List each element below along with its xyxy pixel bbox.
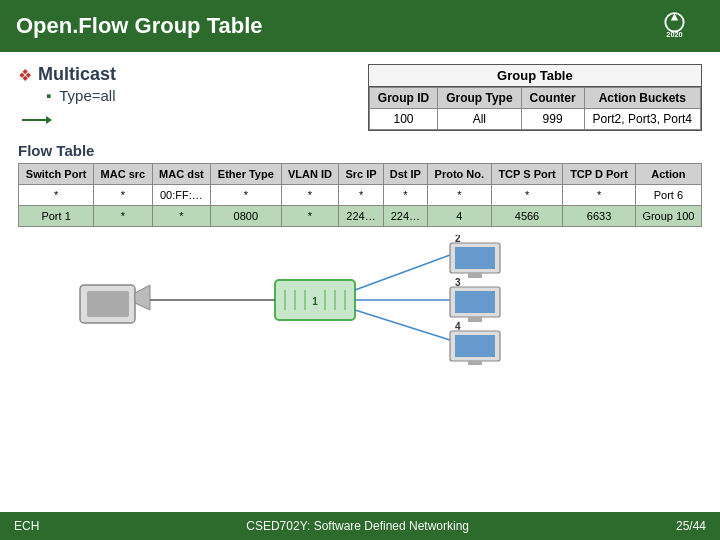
flow-table-title: Flow Table [18,142,702,159]
camera-lens-icon [135,285,150,310]
type-all-row: ▪ Type=all [46,87,116,104]
col-group-id: Group ID [369,88,437,109]
cell-switch-port: Port 1 [19,206,94,227]
node-2-label: 2 [455,235,461,244]
cell-ether-type: * [211,185,281,206]
th-switch-port: Switch Port [19,164,94,185]
th-dst-ip: Dst IP [383,164,427,185]
postech-logo-icon: 2020 [647,9,702,43]
monitor-stand-4 [468,361,482,365]
cell-src-ip: 224… [339,206,383,227]
page-title: Open.Flow Group Table [16,13,262,39]
svg-text:2020: 2020 [666,30,682,39]
cell-mac-src: * [94,206,152,227]
node-3-label: 3 [455,277,461,288]
logo: 2020 [644,8,704,44]
cell-action: Group 100 [635,206,701,227]
flow-table-header-row: Switch Port MAC src MAC dst Ether Type V… [19,164,702,185]
group-table-title: Group Table [369,65,701,87]
cell-vlan-id: * [281,206,339,227]
table-row: Port 1 * * 0800 * 224… 224… 4 4566 6633 … [19,206,702,227]
cell-proto-no: * [428,185,492,206]
cell-counter: 999 [521,109,584,130]
monitor-stand-2 [468,273,482,278]
group-table-header-row: Group ID Group Type Counter Action Bucke… [369,88,700,109]
monitor-screen-2 [455,247,495,269]
node-4-label: 4 [455,321,461,332]
svg-marker-4 [46,116,52,124]
col-counter: Counter [521,88,584,109]
cell-group-id: 100 [369,109,437,130]
th-action: Action [635,164,701,185]
cell-ether-type: 0800 [211,206,281,227]
table-row: 100 All 999 Port2, Port3, Port4 [369,109,700,130]
th-tcp-s-port: TCP S Port [491,164,563,185]
flow-table-wrap: Switch Port MAC src MAC dst Ether Type V… [18,163,702,227]
arrow-icon [22,112,52,128]
footer-right: 25/44 [676,519,706,533]
switch-label: 1 [312,296,318,307]
cell-tcp-s-port: * [491,185,563,206]
cell-mac-src: * [94,185,152,206]
col-group-type: Group Type [438,88,521,109]
table-row: * * 00:FF:… * * * * * * * Port 6 [19,185,702,206]
th-tcp-d-port: TCP D Port [563,164,635,185]
cell-switch-port: * [19,185,94,206]
col-action-buckets: Action Buckets [584,88,700,109]
cell-tcp-d-port: 6633 [563,206,635,227]
flow-table-section: Flow Table Switch Port MAC src MAC dst E… [18,142,702,227]
subbullet-icon: ▪ [46,87,51,104]
cell-dst-ip: 224… [383,206,427,227]
diagram-svg: 1 2 3 [18,235,702,365]
footer-left: ECH [14,519,39,533]
cell-action-buckets: Port2, Port3, Port4 [584,109,700,130]
th-vlan-id: VLAN ID [281,164,339,185]
th-mac-src: MAC src [94,164,152,185]
cell-mac-dst: 00:FF:… [152,185,210,206]
main-content: ❖ Multicast ▪ Type=all Group Table Group… [0,52,720,377]
header: Open.Flow Group Table 2020 [0,0,720,52]
cell-proto-no: 4 [428,206,492,227]
group-table-panel: Group Table Group ID Group Type Counter … [368,64,702,131]
monitor-screen-3 [455,291,495,313]
th-src-ip: Src IP [339,164,383,185]
cell-mac-dst: * [152,206,210,227]
cell-dst-ip: * [383,185,427,206]
cell-tcp-d-port: * [563,185,635,206]
group-table-inner: Group ID Group Type Counter Action Bucke… [369,87,701,130]
diamond-icon: ❖ [18,66,32,85]
footer: ECH CSED702Y: Software Defined Networkin… [0,512,720,540]
th-mac-dst: MAC dst [152,164,210,185]
cell-vlan-id: * [281,185,339,206]
cell-group-type: All [438,109,521,130]
cell-src-ip: * [339,185,383,206]
th-proto-no: Proto No. [428,164,492,185]
type-all-label: Type=all [59,87,115,104]
multicast-label: Multicast [38,64,116,85]
monitor-screen-4 [455,335,495,357]
cell-tcp-s-port: 4566 [491,206,563,227]
connection-line-2 [355,255,450,290]
network-diagram: 1 2 3 [18,235,702,365]
th-ether-type: Ether Type [211,164,281,185]
footer-center: CSED702Y: Software Defined Networking [246,519,469,533]
monitor-stand-3 [468,317,482,322]
camera-body-icon [87,291,129,317]
cell-action: Port 6 [635,185,701,206]
connection-line-4 [355,310,450,340]
